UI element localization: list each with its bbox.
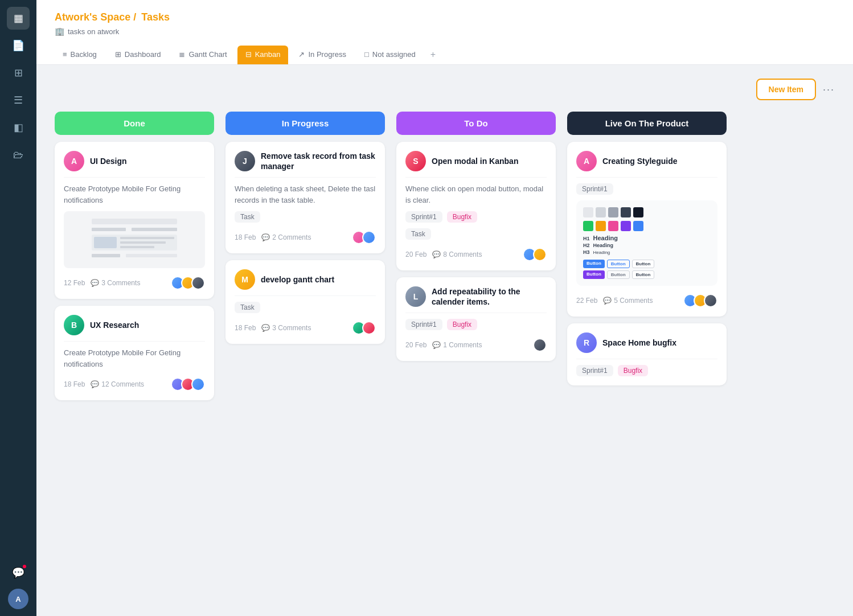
comments-remove-task: 💬 2 Comments xyxy=(261,233,311,241)
svg-rect-7 xyxy=(120,241,166,244)
tab-gantt[interactable]: ≣ Gantt Chart xyxy=(171,46,235,64)
date-gantt: 18 Feb xyxy=(235,324,256,332)
footer-avatar xyxy=(191,276,205,290)
footer-avatars-style xyxy=(683,294,717,307)
tag-task: Task xyxy=(235,211,260,223)
tab-dashboard-label: Dashboard xyxy=(125,50,161,59)
footer-avatars-ux xyxy=(171,377,205,391)
sidebar-icon-list[interactable]: ☰ xyxy=(7,89,30,112)
divider xyxy=(405,177,547,178)
footer-avatar xyxy=(533,248,547,261)
sidebar-icon-file[interactable]: 📄 xyxy=(7,34,30,57)
new-item-button[interactable]: New Item xyxy=(756,79,816,100)
preview-btn-gray: Button xyxy=(607,270,630,279)
card-space-bugfix-header: R Space Home bugfix xyxy=(576,332,717,353)
comment-icon: 💬 xyxy=(261,233,270,241)
card-ui-design-header: A UI Design xyxy=(64,151,205,171)
kanban-board: Done A UI Design Create Prototype Mobile… xyxy=(55,112,835,400)
card-space-bugfix-tags: Sprint#1 Bugfix xyxy=(576,365,717,376)
svg-rect-1 xyxy=(92,219,177,224)
in-progress-icon: ↗ xyxy=(298,50,305,59)
sidebar-icon-grid[interactable]: ⊞ xyxy=(7,61,30,84)
avatar-remove-task: J xyxy=(235,151,255,171)
comment-icon: 💬 xyxy=(432,250,441,258)
swatch xyxy=(621,221,631,231)
card-open-modal-footer: 20 Feb 💬 8 Comments xyxy=(405,248,547,261)
notifications-button[interactable]: 💬 xyxy=(7,561,30,584)
avatar-repeatability: L xyxy=(405,286,426,307)
user-avatar-sidebar[interactable]: A xyxy=(8,589,28,609)
svg-rect-3 xyxy=(132,228,177,231)
comments-repeatability: 💬 1 Comments xyxy=(432,341,482,349)
not-assigned-icon: □ xyxy=(364,50,369,59)
dashboard-tab-icon: ⊞ xyxy=(115,50,121,59)
backlog-icon: ≡ xyxy=(63,50,67,59)
sidebar-icon-folder[interactable]: 🗁 xyxy=(7,143,30,166)
workspace-label: 🏢 tasks on atwork xyxy=(55,27,835,36)
footer-avatar xyxy=(191,377,205,391)
tag-sprint: Sprint#1 xyxy=(576,183,613,195)
card-repeatability: L Add repeatability to the calender item… xyxy=(396,277,556,361)
workspace-icon: 🏢 xyxy=(55,27,64,36)
comment-icon: 💬 xyxy=(261,324,270,332)
column-todo-header: To Do xyxy=(396,112,556,135)
avatar-ui-design: A xyxy=(64,151,84,171)
sidebar-icon-layers[interactable]: ◧ xyxy=(7,116,30,139)
tab-not-assigned[interactable]: □ Not assigned xyxy=(356,46,424,64)
tabs-nav: ≡ Backlog ⊞ Dashboard ≣ Gantt Chart ⊟ Ka… xyxy=(55,45,835,64)
tab-kanban[interactable]: ⊟ Kanban xyxy=(237,46,289,64)
tab-backlog-label: Backlog xyxy=(71,50,97,59)
column-done-header: Done xyxy=(55,112,214,135)
card-styleguide-tags: Sprint#1 xyxy=(576,183,717,195)
avatar-gantt: M xyxy=(235,269,255,290)
card-remove-task-body: When deleting a task sheet, Delete the t… xyxy=(235,183,376,206)
footer-avatars-repeat xyxy=(533,338,547,352)
breadcrumb-base: Atwork's Space / xyxy=(55,11,136,23)
color-swatches xyxy=(583,207,711,217)
tab-in-progress[interactable]: ↗ In Progress xyxy=(290,46,354,64)
card-remove-task-tags: Task xyxy=(235,211,376,223)
card-remove-task-footer: 18 Feb 💬 2 Comments xyxy=(235,231,376,244)
kanban-content: New Item ··· Done A UI Design Create Pro… xyxy=(36,65,853,616)
tab-dashboard[interactable]: ⊞ Dashboard xyxy=(107,46,169,64)
comments-open-modal: 💬 8 Comments xyxy=(432,250,482,258)
footer-avatars-gantt xyxy=(352,321,376,335)
card-space-bugfix: R Space Home bugfix Sprint#1 Bugfix xyxy=(567,323,727,385)
breadcrumb-current: Tasks xyxy=(141,11,170,23)
footer-avatars-modal xyxy=(523,248,547,261)
card-remove-task-header: J Remove task record from task manager xyxy=(235,151,376,171)
card-styleguide-footer: 22 Feb 💬 5 Comments xyxy=(576,294,717,307)
add-tab-button[interactable]: + xyxy=(426,45,440,64)
avatar-styleguide: A xyxy=(576,151,597,171)
date-ux-research: 18 Feb xyxy=(64,380,85,388)
divider xyxy=(64,341,205,342)
sidebar: ▦ 📄 ⊞ ☰ ◧ 🗁 💬 A xyxy=(0,0,36,616)
preview-btn-white: Button xyxy=(632,260,655,268)
toolbar: New Item ··· xyxy=(55,79,835,100)
comment-icon: 💬 xyxy=(91,380,99,388)
footer-avatars-remove xyxy=(352,231,376,244)
card-styleguide-header: A Creating Styleguide xyxy=(576,151,717,171)
card-ux-research: B UX Research Create Prototype Mobile Fo… xyxy=(55,306,214,400)
main-area: Atwork's Space / Tasks 🏢 tasks on atwork… xyxy=(36,0,853,616)
sidebar-icon-dashboard[interactable]: ▦ xyxy=(7,7,30,30)
more-options-icon[interactable]: ··· xyxy=(823,84,835,96)
svg-rect-10 xyxy=(126,254,177,257)
card-remove-task: J Remove task record from task manager W… xyxy=(225,142,385,253)
card-ui-design-image xyxy=(64,211,205,268)
card-open-modal-tags1: Sprint#1 Bugfix xyxy=(405,211,547,223)
h2-text: Heading xyxy=(593,243,614,248)
preview-btn-outline: Button xyxy=(607,260,630,268)
swatch xyxy=(633,207,643,217)
card-space-bugfix-title: Space Home bugfix xyxy=(602,338,676,348)
swatch xyxy=(608,207,618,217)
page-header: Atwork's Space / Tasks 🏢 tasks on atwork… xyxy=(36,0,853,65)
date-ui-design: 12 Feb xyxy=(64,279,85,287)
footer-avatar xyxy=(362,231,376,244)
divider xyxy=(405,313,547,313)
h2-label: H2 xyxy=(583,243,590,248)
heading-preview: H1 Heading H2 Heading H3 Heading xyxy=(583,235,711,255)
tab-backlog[interactable]: ≡ Backlog xyxy=(55,46,105,64)
avatar-ux-research: B xyxy=(64,315,84,335)
card-gantt-footer: 18 Feb 💬 3 Comments xyxy=(235,321,376,335)
